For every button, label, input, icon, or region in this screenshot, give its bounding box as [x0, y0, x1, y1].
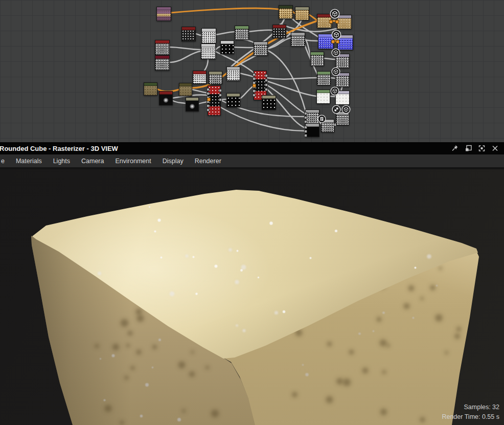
graph-node-white-21[interactable] — [316, 90, 330, 104]
input-port[interactable] — [304, 134, 307, 137]
menu-display[interactable]: Display — [157, 158, 189, 165]
orange-connector-dot[interactable] — [207, 98, 211, 101]
node-thumbnail — [157, 10, 171, 20]
wire-gray — [215, 32, 235, 35]
menu-renderer[interactable]: Renderer — [189, 158, 227, 165]
input-port[interactable] — [207, 92, 210, 95]
graph-node-noisedark-8[interactable] — [272, 25, 286, 38]
graph-node-sand-1[interactable] — [279, 5, 293, 19]
output-port[interactable] — [265, 74, 268, 77]
graph-node-sand-2[interactable] — [295, 7, 309, 20]
node-thumbnail — [306, 127, 319, 137]
node-thumbnail — [186, 101, 198, 111]
output-port[interactable] — [219, 89, 222, 92]
input-port[interactable] — [253, 77, 256, 80]
node-thumbnail — [155, 43, 169, 55]
node-thumbnail — [193, 74, 206, 83]
output-port[interactable] — [265, 83, 268, 86]
graph-node-noiselight-25[interactable] — [226, 66, 240, 81]
graph-node-noiselight-6[interactable] — [201, 28, 216, 43]
node-thumbnail — [144, 86, 157, 95]
node-thumbnail — [317, 93, 330, 103]
input-port[interactable] — [207, 104, 210, 107]
view-3d-cube-icon[interactable] — [341, 105, 351, 114]
node-graph-canvas[interactable] — [0, 0, 504, 142]
input-port[interactable] — [304, 126, 307, 129]
view-3d-cube-icon[interactable] — [331, 67, 340, 76]
graph-node-brown-26[interactable] — [144, 82, 157, 96]
fullscreen-icon[interactable] — [477, 144, 486, 152]
output-port[interactable] — [265, 88, 268, 91]
wire-orange — [308, 14, 317, 20]
input-port[interactable] — [207, 88, 210, 91]
texture-speckles — [0, 169, 1, 170]
graph-node-noise-19[interactable] — [317, 71, 331, 85]
output-port[interactable] — [219, 98, 222, 101]
export-document-icon[interactable] — [317, 115, 326, 123]
menu-materials[interactable]: Materials — [10, 158, 48, 165]
graph-node-blackflat-37[interactable] — [305, 123, 319, 137]
orange-connector-dot[interactable] — [331, 40, 335, 43]
node-wires — [0, 0, 504, 142]
graph-node-noise-13[interactable] — [254, 41, 268, 56]
orange-connector-dot[interactable] — [335, 20, 339, 24]
graph-node-blob-29[interactable] — [186, 97, 199, 111]
view-3d-cube-icon[interactable] — [330, 9, 340, 19]
wire-orange — [170, 8, 279, 13]
window-title: Rounded Cube - Rasterizer - 3D VIEW — [0, 145, 118, 152]
graph-node-noise-14[interactable] — [155, 55, 170, 71]
wire-gray — [172, 100, 186, 103]
graph-node-noisedark-5[interactable] — [181, 27, 196, 41]
graph-node-blackdots-33[interactable] — [262, 95, 276, 110]
node-thumbnail — [311, 55, 324, 65]
menu-lights[interactable]: Lights — [48, 158, 76, 165]
menu-camera[interactable]: Camera — [76, 158, 109, 165]
restore-window-icon[interactable] — [464, 144, 473, 152]
orange-connector-dot[interactable] — [336, 40, 339, 43]
graph-node-noise-9[interactable] — [291, 32, 305, 47]
graph-node-brown-27[interactable] — [179, 83, 192, 96]
input-port[interactable] — [304, 112, 307, 115]
input-port[interactable] — [304, 116, 307, 119]
view-3d-cube-icon[interactable] — [331, 48, 340, 57]
texture-speckles — [0, 169, 1, 170]
output-port[interactable] — [219, 94, 222, 97]
wire-gray — [192, 90, 208, 93]
3d-viewport[interactable]: Samples: 32 Render Time: 0.55 s — [0, 169, 504, 425]
node-thumbnail — [182, 30, 195, 41]
node-thumbnail — [279, 9, 292, 18]
input-port[interactable] — [253, 90, 256, 93]
view-3d-cube-icon[interactable] — [331, 30, 341, 40]
render-stats: Samples: 32 Render Time: 0.55 s — [442, 402, 499, 422]
pin-icon[interactable] — [451, 144, 460, 152]
graph-node-blob-28[interactable] — [159, 91, 173, 105]
input-port[interactable] — [207, 108, 210, 111]
node-thumbnail — [336, 57, 349, 68]
view-2d-texture-icon[interactable] — [332, 105, 341, 114]
menu-scene-partial[interactable]: e — [0, 158, 10, 165]
input-port[interactable] — [253, 94, 256, 97]
input-port[interactable] — [253, 73, 256, 76]
graph-node-noise-10[interactable] — [155, 40, 170, 55]
graph-node-noiselight-11[interactable] — [201, 43, 216, 59]
wire-gray — [221, 107, 305, 131]
node-thumbnail — [322, 123, 334, 132]
node-thumbnail — [273, 28, 286, 38]
graph-node-purplesand-0[interactable] — [156, 7, 171, 21]
orange-connector-dot[interactable] — [329, 20, 333, 24]
output-port[interactable] — [265, 79, 268, 82]
menu-environment[interactable]: Environment — [110, 158, 157, 165]
graph-node-noise-24[interactable] — [209, 71, 222, 84]
close-icon[interactable] — [491, 144, 499, 152]
graph-node-blackdots-31[interactable] — [226, 93, 240, 107]
graph-node-noise-17[interactable] — [310, 52, 324, 66]
view-3d-cube-icon[interactable] — [330, 86, 339, 96]
graph-node-blackdots-12[interactable] — [220, 40, 234, 54]
texture-speckles — [0, 169, 1, 170]
orange-connector-dot[interactable] — [253, 84, 256, 87]
texture-speckles — [0, 169, 1, 170]
viewer-titlebar[interactable]: Rounded Cube - Rasterizer - 3D VIEW — [0, 142, 504, 154]
input-port[interactable] — [304, 130, 307, 133]
graph-node-noiselight-23[interactable] — [193, 71, 207, 84]
graph-node-noise-7[interactable] — [235, 26, 249, 40]
